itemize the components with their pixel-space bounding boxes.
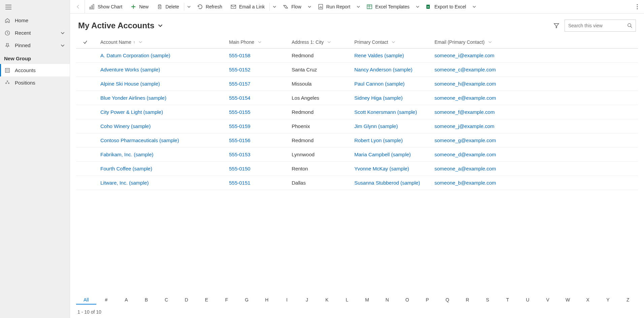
table-row[interactable]: Blue Yonder Airlines (sample)555-0154Los… bbox=[76, 91, 638, 105]
phone-link[interactable]: 555-0158 bbox=[229, 53, 250, 58]
alpha-filter-item[interactable]: I bbox=[277, 296, 297, 305]
alpha-filter-item[interactable]: U bbox=[518, 296, 538, 305]
email-split-chevron[interactable] bbox=[270, 0, 279, 13]
search-box[interactable] bbox=[565, 20, 636, 32]
account-name-link[interactable]: Fourth Coffee (sample) bbox=[100, 166, 152, 171]
alpha-filter-item[interactable]: S bbox=[478, 296, 498, 305]
templates-split-chevron[interactable] bbox=[414, 0, 422, 13]
alpha-filter-item[interactable]: D bbox=[176, 296, 197, 305]
delete-button[interactable]: Delete bbox=[153, 0, 183, 13]
table-row[interactable]: A. Datum Corporation (sample)555-0158Red… bbox=[76, 49, 638, 63]
table-row[interactable]: Alpine Ski House (sample)555-0157Missoul… bbox=[76, 77, 638, 91]
contact-link[interactable]: Paul Cannon (sample) bbox=[354, 81, 405, 87]
table-row[interactable]: Litware, Inc. (sample)555-0151DallasSusa… bbox=[76, 176, 638, 190]
account-name-link[interactable]: A. Datum Corporation (sample) bbox=[100, 53, 170, 58]
phone-link[interactable]: 555-0156 bbox=[229, 137, 250, 143]
alpha-filter-item[interactable]: L bbox=[337, 296, 357, 305]
alpha-filter-item[interactable]: F bbox=[217, 296, 237, 305]
table-row[interactable]: Fourth Coffee (sample)555-0150RentonYvon… bbox=[76, 162, 638, 176]
phone-link[interactable]: 555-0155 bbox=[229, 109, 250, 115]
column-header-primary-contact[interactable]: Primary Contact bbox=[354, 39, 434, 45]
alpha-filter-item[interactable]: P bbox=[417, 296, 438, 305]
contact-link[interactable]: Jim Glynn (sample) bbox=[354, 123, 398, 129]
alpha-filter-item[interactable]: K bbox=[317, 296, 337, 305]
column-header-email[interactable]: Email (Primary Contact) bbox=[434, 39, 638, 45]
alpha-filter-item[interactable]: E bbox=[196, 296, 217, 305]
account-name-link[interactable]: Alpine Ski House (sample) bbox=[100, 81, 160, 87]
alpha-filter-item[interactable]: B bbox=[136, 296, 157, 305]
export-split-chevron[interactable] bbox=[470, 0, 478, 13]
nav-accounts[interactable]: Accounts bbox=[0, 64, 70, 76]
alpha-filter-item[interactable]: Q bbox=[437, 296, 457, 305]
alpha-filter-item[interactable]: T bbox=[497, 296, 518, 305]
email-link[interactable]: someone_h@example.com bbox=[434, 81, 496, 87]
search-input[interactable] bbox=[568, 23, 627, 28]
alpha-filter-item[interactable]: G bbox=[237, 296, 257, 305]
account-name-link[interactable]: Contoso Pharmaceuticals (sample) bbox=[100, 137, 179, 143]
run-report-button[interactable]: Run Report bbox=[314, 0, 355, 13]
nav-pinned[interactable]: Pinned bbox=[0, 39, 70, 52]
alpha-filter-item[interactable]: X bbox=[578, 296, 598, 305]
account-name-link[interactable]: City Power & Light (sample) bbox=[100, 109, 163, 115]
email-link[interactable]: someone_g@example.com bbox=[434, 137, 496, 143]
account-name-link[interactable]: Litware, Inc. (sample) bbox=[100, 180, 149, 186]
alpha-filter-item[interactable]: N bbox=[377, 296, 397, 305]
alpha-filter-item[interactable]: H bbox=[257, 296, 277, 305]
account-name-link[interactable]: Coho Winery (sample) bbox=[100, 123, 151, 129]
email-link[interactable]: someone_a@example.com bbox=[434, 166, 496, 171]
overflow-button[interactable] bbox=[632, 0, 643, 13]
table-row[interactable]: Contoso Pharmaceuticals (sample)555-0156… bbox=[76, 133, 638, 148]
email-link[interactable]: someone_f@example.com bbox=[434, 109, 495, 115]
nav-home[interactable]: Home bbox=[0, 14, 70, 27]
contact-link[interactable]: Nancy Anderson (sample) bbox=[354, 67, 413, 72]
phone-link[interactable]: 555-0151 bbox=[229, 180, 250, 186]
contact-link[interactable]: Sidney Higa (sample) bbox=[354, 95, 402, 101]
alpha-filter-item[interactable]: M bbox=[357, 296, 377, 305]
flow-split-chevron[interactable] bbox=[305, 0, 314, 13]
column-header-account-name[interactable]: Account Name ↑ bbox=[94, 39, 229, 45]
filter-button[interactable] bbox=[553, 22, 560, 29]
hamburger-button[interactable] bbox=[0, 0, 70, 14]
account-name-link[interactable]: Fabrikam, Inc. (sample) bbox=[100, 152, 154, 157]
column-header-main-phone[interactable]: Main Phone bbox=[229, 39, 292, 45]
back-button[interactable] bbox=[71, 0, 85, 13]
table-row[interactable]: Fabrikam, Inc. (sample)555-0153LynnwoodM… bbox=[76, 148, 638, 162]
account-name-link[interactable]: Adventure Works (sample) bbox=[100, 67, 160, 72]
show-chart-button[interactable]: Show Chart bbox=[85, 0, 126, 13]
column-header-city[interactable]: Address 1: City bbox=[292, 39, 354, 45]
contact-link[interactable]: Rene Valdes (sample) bbox=[354, 53, 404, 58]
email-link[interactable]: someone_j@example.com bbox=[434, 123, 494, 129]
alpha-filter-item[interactable]: # bbox=[96, 296, 117, 305]
excel-templates-button[interactable]: Excel Templates bbox=[362, 0, 414, 13]
table-row[interactable]: Coho Winery (sample)555-0159PhoenixJim G… bbox=[76, 119, 638, 133]
phone-link[interactable]: 555-0152 bbox=[229, 67, 250, 72]
phone-link[interactable]: 555-0153 bbox=[229, 152, 250, 157]
contact-link[interactable]: Robert Lyon (sample) bbox=[354, 137, 403, 143]
email-link[interactable]: someone_c@example.com bbox=[434, 67, 496, 72]
export-excel-button[interactable]: X Export to Excel bbox=[422, 0, 470, 13]
phone-link[interactable]: 555-0159 bbox=[229, 123, 250, 129]
nav-recent[interactable]: Recent bbox=[0, 27, 70, 39]
alpha-filter-item[interactable]: All bbox=[76, 296, 96, 305]
alpha-filter-item[interactable]: A bbox=[116, 296, 136, 305]
delete-split-chevron[interactable] bbox=[185, 0, 193, 13]
email-link[interactable]: someone_b@example.com bbox=[434, 180, 496, 186]
alpha-filter-item[interactable]: Y bbox=[598, 296, 618, 305]
new-button[interactable]: New bbox=[126, 0, 153, 13]
alpha-filter-item[interactable]: J bbox=[297, 296, 317, 305]
select-all-checkbox[interactable] bbox=[76, 40, 94, 44]
email-link-button[interactable]: Email a Link bbox=[226, 0, 269, 13]
contact-link[interactable]: Susanna Stubberod (sample) bbox=[354, 180, 420, 186]
alpha-filter-item[interactable]: R bbox=[457, 296, 478, 305]
alpha-filter-item[interactable]: O bbox=[397, 296, 417, 305]
contact-link[interactable]: Maria Campbell (sample) bbox=[354, 152, 411, 157]
report-split-chevron[interactable] bbox=[354, 0, 362, 13]
view-selector[interactable]: My Active Accounts bbox=[78, 21, 163, 30]
alpha-filter-item[interactable]: W bbox=[558, 296, 578, 305]
refresh-button[interactable]: Refresh bbox=[193, 0, 226, 13]
email-link[interactable]: someone_d@example.com bbox=[434, 152, 496, 157]
table-row[interactable]: City Power & Light (sample)555-0155Redmo… bbox=[76, 105, 638, 119]
nav-positions[interactable]: Positions bbox=[0, 76, 70, 89]
account-name-link[interactable]: Blue Yonder Airlines (sample) bbox=[100, 95, 166, 101]
alpha-filter-item[interactable]: C bbox=[156, 296, 176, 305]
